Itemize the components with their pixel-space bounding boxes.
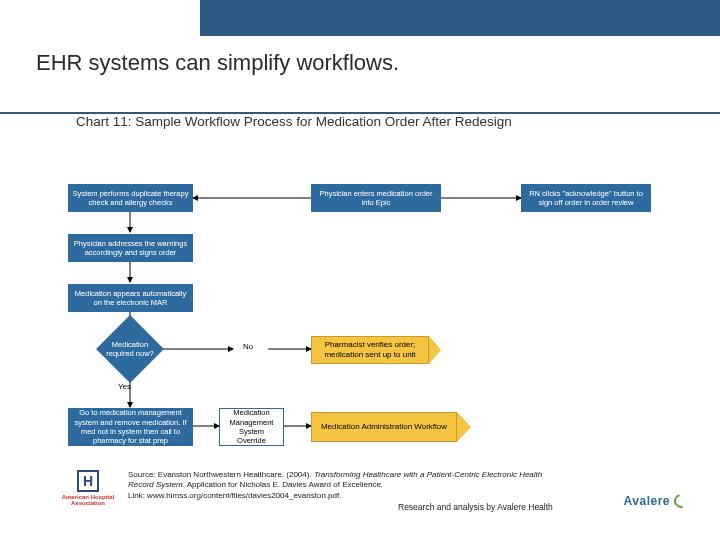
source-suffix: Application for Nicholas E. Davies Award… <box>185 480 383 489</box>
node-med-appears: Medication appears automatically on the … <box>68 284 193 312</box>
edge-label-yes: Yes <box>118 382 131 391</box>
source-prefix: Source: Evanston Northwestern Healthcare… <box>128 470 314 479</box>
node-rn-ack: RN clicks "acknowledge" button to sign o… <box>521 184 651 212</box>
footer: H American Hospital Association Source: … <box>58 470 678 530</box>
decision-med-now: Medication required now? <box>106 325 154 373</box>
hospital-h-icon: H <box>77 470 99 492</box>
source-citation: Source: Evanston Northwestern Healthcare… <box>128 470 548 501</box>
node-goto-mgmt: Go to medication management system and r… <box>68 408 193 446</box>
source-link: Link: www.himss.org/content/files/davies… <box>128 491 341 500</box>
node-override: Medication Management System Override <box>219 408 284 446</box>
node-physician-enters: Physician enters medication order into E… <box>311 184 441 212</box>
avalere-text: Avalere <box>624 494 670 508</box>
node-admin-workflow: Medication Administration Workflow <box>311 412 471 442</box>
decision-label: Medication required now? <box>100 325 160 373</box>
top-bar-accent <box>200 0 720 36</box>
logo-aha-text: American Hospital Association <box>58 494 118 506</box>
edge-label-no: No <box>243 342 253 351</box>
logo-aha: H American Hospital Association <box>58 470 118 510</box>
attribution: Research and analysis by Avalere Health <box>398 502 553 512</box>
top-bar <box>0 0 720 36</box>
chart-subtitle: Chart 11: Sample Workflow Process for Me… <box>0 84 720 129</box>
pharmacist-verifies-label: Pharmacist verifies order; medication se… <box>311 336 429 364</box>
node-system-checks: System performs duplicate therapy check … <box>68 184 193 212</box>
title-underline <box>0 112 720 114</box>
admin-workflow-label: Medication Administration Workflow <box>311 412 457 442</box>
swish-icon <box>671 491 690 510</box>
node-physician-addresses: Physician addresses the warnings accordi… <box>68 234 193 262</box>
node-pharmacist-verifies: Pharmacist verifies order; medication se… <box>311 336 441 364</box>
logo-avalere: Avalere <box>624 494 688 508</box>
workflow-canvas: System performs duplicate therapy check … <box>0 162 720 462</box>
page-title: EHR systems can simplify workflows. <box>0 36 720 84</box>
